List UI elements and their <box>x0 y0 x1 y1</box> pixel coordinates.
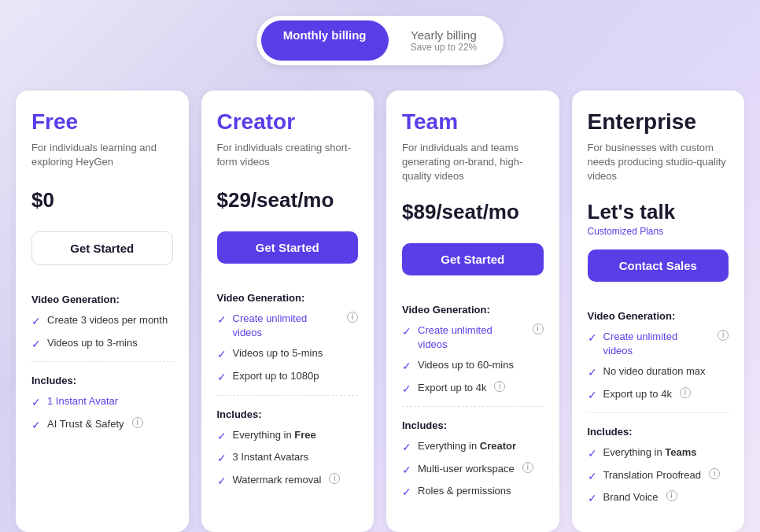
info-icon: i <box>494 381 505 392</box>
check-icon: ✓ <box>588 446 597 462</box>
check-icon: ✓ <box>217 312 227 328</box>
feature-video-duration-team: ✓ Videos up to 60-mins <box>402 358 544 375</box>
plans-container: Free For individuals learning and explor… <box>16 91 744 532</box>
monthly-billing-option[interactable]: Monthly billing <box>261 20 389 61</box>
info-icon: i <box>329 473 340 484</box>
plan-card-creator: Creator For individuals creating short-f… <box>201 91 374 532</box>
feature-text: Export up to 4k <box>418 381 486 395</box>
feature-everything-teams: ✓ Everything in Teams <box>588 445 729 462</box>
plan-price-enterprise: Let's talk <box>588 200 729 224</box>
info-icon: i <box>522 462 533 473</box>
feature-everything-creator: ✓ Everything in Creator <box>402 439 544 456</box>
video-gen-label-team: Video Generation: <box>402 304 544 316</box>
feature-text: Everything in Free <box>233 428 316 442</box>
plan-price-free: $0 <box>31 188 173 212</box>
feature-text: Multi-user workspace <box>418 462 515 476</box>
feature-export-creator: ✓ Export up to 1080p <box>217 369 359 386</box>
check-icon: ✓ <box>402 485 411 501</box>
feature-text: 1 Instant Avatar <box>47 394 118 408</box>
feature-text: Watermark removal <box>233 473 322 487</box>
feature-export-enterprise: ✓ Export up to 4k i <box>588 387 729 404</box>
includes-label-enterprise: Includes: <box>588 426 729 438</box>
info-icon: i <box>718 330 729 341</box>
check-icon: ✓ <box>217 370 227 386</box>
check-icon: ✓ <box>31 395 41 411</box>
contact-sales-button[interactable]: Contact Sales <box>588 249 729 282</box>
video-gen-label-free: Video Generation: <box>31 294 173 305</box>
feature-instant-avatar-free: ✓ 1 Instant Avatar <box>31 394 173 411</box>
includes-label-free: Includes: <box>31 375 173 386</box>
includes-label-creator: Includes: <box>217 408 359 420</box>
feature-translation-enterprise: ✓ Translation Proofread i <box>588 468 729 485</box>
feature-no-duration-enterprise: ✓ No video duration max <box>588 364 729 381</box>
check-icon: ✓ <box>31 337 41 353</box>
get-started-creator-button[interactable]: Get Started <box>217 231 359 264</box>
monthly-billing-label: Monthly billing <box>283 28 367 42</box>
feature-unlimited-enterprise: ✓ Create unlimited videos i <box>588 330 729 358</box>
feature-unlimited-creator: ✓ Create unlimited videos i <box>217 312 359 340</box>
feature-text: Everything in Teams <box>603 445 697 460</box>
check-icon: ✓ <box>31 314 41 330</box>
plan-name-free: Free <box>31 109 173 135</box>
check-icon: ✓ <box>402 324 411 340</box>
check-icon: ✓ <box>217 429 227 445</box>
plan-name-enterprise: Enterprise <box>588 109 729 135</box>
get-started-free-button[interactable]: Get Started <box>31 231 173 265</box>
plan-name-creator: Creator <box>217 109 359 135</box>
plan-description-creator: For individuals creating short-form vide… <box>217 141 359 172</box>
feature-export-team: ✓ Export up to 4k i <box>402 381 544 397</box>
feature-text: AI Trust & Safety <box>47 417 124 431</box>
feature-roles-team: ✓ Roles & permissions <box>402 484 544 501</box>
feature-text: Brand Voice <box>603 490 659 504</box>
check-icon: ✓ <box>588 469 597 485</box>
plan-price-creator: $29/seat/mo <box>217 188 359 212</box>
yearly-billing-option[interactable]: Yearly billing Save up to 22% <box>389 20 500 61</box>
info-icon: i <box>666 490 677 501</box>
plan-name-team: Team <box>402 109 544 135</box>
feature-video-duration-creator: ✓ Videos up to 5-mins <box>217 346 359 363</box>
plan-description-enterprise: For businesses with custom needs produci… <box>588 141 729 184</box>
check-icon: ✓ <box>217 347 227 363</box>
feature-text: Export up to 1080p <box>233 369 319 383</box>
info-icon: i <box>680 387 691 398</box>
info-icon: i <box>132 417 143 428</box>
feature-brand-voice-enterprise: ✓ Brand Voice i <box>588 490 729 507</box>
video-gen-label-enterprise: Video Generation: <box>588 310 729 322</box>
plan-card-team: Team For individuals and teams generatin… <box>386 91 559 532</box>
feature-text: Roles & permissions <box>418 484 511 498</box>
plan-card-enterprise: Enterprise For businesses with custom ne… <box>572 91 745 532</box>
feature-text: Export up to 4k <box>603 387 672 401</box>
feature-text: Videos up to 60-mins <box>418 358 514 372</box>
yearly-billing-label: Yearly billing <box>411 28 477 42</box>
feature-text: Create unlimited videos <box>418 323 525 352</box>
feature-instant-avatars-creator: ✓ 3 Instant Avatars <box>217 450 359 467</box>
check-icon: ✓ <box>588 491 597 507</box>
check-icon: ✓ <box>402 359 411 375</box>
feature-everything-free: ✓ Everything in Free <box>217 428 359 445</box>
yearly-save-text: Save up to 22% <box>411 42 478 53</box>
billing-toggle: Monthly billing Yearly billing Save up t… <box>256 16 504 65</box>
check-icon: ✓ <box>217 474 227 490</box>
plan-price-team: $89/seat/mo <box>402 200 544 224</box>
check-icon: ✓ <box>402 382 411 397</box>
feature-text: Videos up to 3-mins <box>47 336 138 350</box>
feature-video-duration-free: ✓ Videos up to 3-mins <box>31 336 173 353</box>
check-icon: ✓ <box>588 331 597 346</box>
feature-text: Create unlimited videos <box>603 330 710 358</box>
includes-label-team: Includes: <box>402 419 544 431</box>
feature-unlimited-team: ✓ Create unlimited videos i <box>402 323 544 352</box>
info-icon: i <box>533 323 544 334</box>
feature-multiuser-team: ✓ Multi-user workspace i <box>402 462 544 478</box>
plan-description-team: For individuals and teams generating on-… <box>402 141 544 184</box>
feature-text: Create unlimited videos <box>233 312 340 340</box>
check-icon: ✓ <box>217 451 227 467</box>
feature-text: No video duration max <box>603 364 706 379</box>
plan-card-free: Free For individuals learning and explor… <box>16 91 189 532</box>
plan-description-free: For individuals learning and exploring H… <box>31 141 173 172</box>
check-icon: ✓ <box>31 418 41 434</box>
get-started-team-button[interactable]: Get Started <box>402 243 544 275</box>
feature-watermark-creator: ✓ Watermark removal i <box>217 473 359 490</box>
info-icon: i <box>709 468 720 479</box>
feature-create-videos-free: ✓ Create 3 videos per month <box>31 313 173 330</box>
feature-text: Create 3 videos per month <box>47 313 168 327</box>
